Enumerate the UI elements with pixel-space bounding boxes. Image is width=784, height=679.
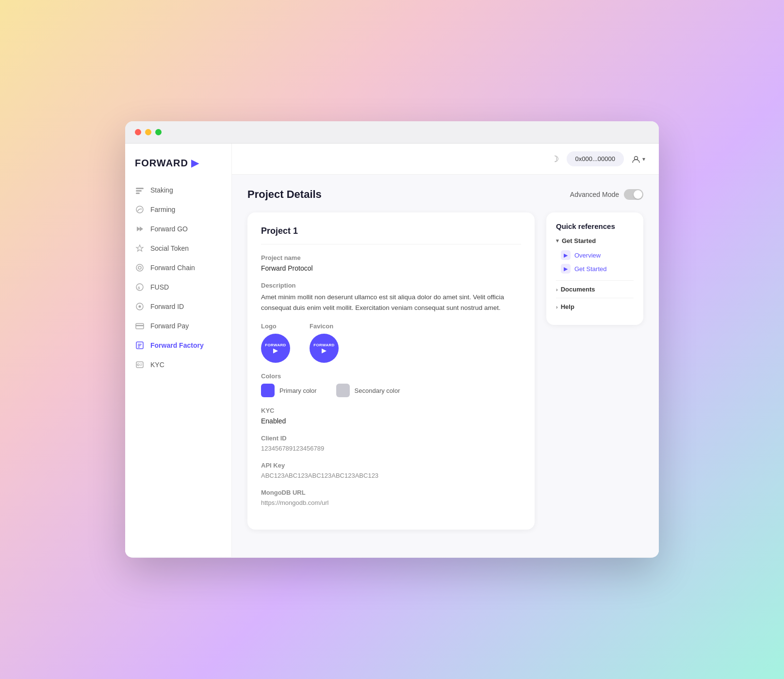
svg-rect-0: [136, 188, 144, 189]
qr-section-header-help[interactable]: › Help: [556, 303, 634, 310]
logo-item: Logo FORWARD ▶: [261, 323, 290, 363]
field-project-name: Project name Forward Protocol: [261, 254, 521, 272]
logo-circle-text: FORWARD: [265, 343, 286, 347]
api-key-label: API Key: [261, 462, 521, 469]
field-api-key: API Key ABC123ABC123ABC123ABC123ABC123: [261, 462, 521, 479]
api-key-value: ABC123ABC123ABC123ABC123ABC123: [261, 472, 521, 479]
favicon-arrow-icon: ▶: [313, 347, 334, 354]
qr-get-started-label: Get Started: [562, 237, 596, 244]
svg-rect-2: [136, 193, 140, 194]
qr-section-header-documents[interactable]: › Documents: [556, 286, 634, 293]
fusd-icon: $: [135, 282, 145, 292]
primary-color-item: Primary color: [261, 384, 317, 397]
favicon-circle-content: FORWARD ▶: [313, 343, 334, 354]
mongodb-url-label: MongoDB URL: [261, 489, 521, 496]
minimize-button[interactable]: [145, 129, 151, 135]
sidebar-item-fusd[interactable]: $ FUSD: [125, 277, 231, 297]
client-id-value: 123456789123456789: [261, 445, 521, 452]
kyc-label: KYC: [261, 407, 521, 414]
user-menu-button[interactable]: ▾: [632, 155, 645, 163]
advanced-mode-label: Advanced Mode: [570, 191, 619, 198]
secondary-color-swatch: [336, 384, 350, 397]
wallet-button[interactable]: 0x000...00000: [567, 151, 624, 166]
user-icon: [632, 155, 640, 163]
svg-point-6: [136, 264, 143, 271]
sidebar-item-forward-go[interactable]: Forward GO: [125, 219, 231, 239]
sidebar-label-forward-factory: Forward Factory: [150, 341, 204, 349]
topbar: ☽ 0x000...00000 ▾: [232, 144, 659, 175]
qr-link-overview[interactable]: ▶ Overview: [556, 248, 634, 262]
sidebar-label-social-token: Social Token: [150, 244, 189, 252]
svg-marker-4: [137, 226, 140, 231]
advanced-mode-toggle[interactable]: [624, 189, 643, 200]
page-area: Project Details Advanced Mode Project 1 …: [232, 175, 659, 543]
sidebar-item-forward-id[interactable]: Forward ID: [125, 297, 231, 316]
titlebar: [125, 121, 659, 144]
sidebar-item-kyc[interactable]: KYC: [125, 355, 231, 374]
sidebar-label-farming: Farming: [150, 206, 175, 213]
svg-rect-15: [138, 344, 142, 345]
primary-color-label: Primary color: [279, 387, 317, 394]
svg-rect-13: [136, 325, 144, 326]
svg-point-19: [137, 364, 139, 366]
secondary-color-item: Secondary color: [336, 384, 400, 397]
description-value: Amet minim mollit non deserunt ullamco e…: [261, 292, 521, 313]
chevron-icon-help: ›: [556, 304, 558, 310]
colors-row: Primary color Secondary color: [261, 384, 521, 397]
colors-label: Colors: [261, 372, 521, 380]
logo-circle-content: FORWARD ▶: [265, 343, 286, 354]
svg-rect-1: [136, 190, 142, 192]
sidebar-item-forward-pay[interactable]: Forward Pay: [125, 316, 231, 336]
qr-section-header-get-started[interactable]: ▾ Get Started: [556, 237, 634, 244]
sidebar: FORWARD▶ Staking Farming: [125, 144, 232, 557]
advanced-mode-control: Advanced Mode: [570, 189, 643, 200]
field-colors: Colors Primary color Secondary color: [261, 372, 521, 397]
svg-rect-17: [138, 347, 140, 348]
sidebar-item-forward-chain[interactable]: Forward Chain: [125, 258, 231, 277]
theme-toggle-icon[interactable]: ☽: [551, 154, 559, 164]
client-id-label: Client ID: [261, 435, 521, 442]
qr-get-started-link-label: Get Started: [574, 265, 606, 273]
chevron-down-icon: ▾: [642, 156, 645, 162]
qr-link-get-started[interactable]: ▶ Get Started: [556, 262, 634, 275]
page-title: Project Details: [247, 188, 322, 201]
sidebar-label-staking: Staking: [150, 186, 173, 194]
divider-1: [556, 280, 634, 281]
svg-point-3: [136, 206, 143, 213]
logo-arrow-icon: ▶: [265, 347, 286, 354]
sidebar-item-staking[interactable]: Staking: [125, 180, 231, 200]
staking-icon: [135, 185, 145, 195]
content-layout: Project 1 Project name Forward Protocol …: [247, 212, 643, 530]
sidebar-label-fusd: FUSD: [150, 283, 169, 291]
quick-ref-card: Quick references ▾ Get Started ▶ Overvie…: [546, 212, 643, 325]
logos-row: Logo FORWARD ▶ Favicon: [261, 323, 521, 363]
forward-go-icon: [135, 224, 145, 234]
forward-id-icon: [135, 302, 145, 311]
sidebar-label-forward-go: Forward GO: [150, 225, 188, 233]
sidebar-item-social-token[interactable]: Social Token: [125, 239, 231, 258]
page-header: Project Details Advanced Mode: [247, 188, 643, 201]
farming-icon: [135, 205, 145, 214]
sidebar-nav: Staking Farming Forward GO: [125, 180, 231, 374]
sidebar-item-farming[interactable]: Farming: [125, 200, 231, 219]
app-body: FORWARD▶ Staking Farming: [125, 144, 659, 557]
project-name-label: Project name: [261, 254, 521, 261]
sidebar-label-forward-pay: Forward Pay: [150, 322, 189, 330]
sidebar-item-forward-factory[interactable]: Forward Factory: [125, 336, 231, 355]
close-button[interactable]: [135, 129, 141, 135]
sidebar-label-kyc: KYC: [150, 361, 164, 369]
forward-chain-icon: [135, 263, 145, 273]
quick-references-panel: Quick references ▾ Get Started ▶ Overvie…: [546, 212, 643, 325]
project-card: Project 1 Project name Forward Protocol …: [247, 212, 535, 530]
logo-circle: FORWARD ▶: [261, 334, 290, 363]
favicon-item: Favicon FORWARD ▶: [310, 323, 339, 363]
qr-documents-label: Documents: [561, 286, 595, 293]
field-client-id: Client ID 123456789123456789: [261, 435, 521, 452]
maximize-button[interactable]: [155, 129, 162, 135]
app-window: FORWARD▶ Staking Farming: [125, 121, 659, 558]
forward-factory-icon: [135, 340, 145, 350]
project-card-title: Project 1: [261, 226, 521, 244]
favicon-circle: FORWARD ▶: [310, 334, 339, 363]
field-logos: Logo FORWARD ▶ Favicon: [261, 323, 521, 363]
qr-overview-label: Overview: [574, 252, 601, 259]
